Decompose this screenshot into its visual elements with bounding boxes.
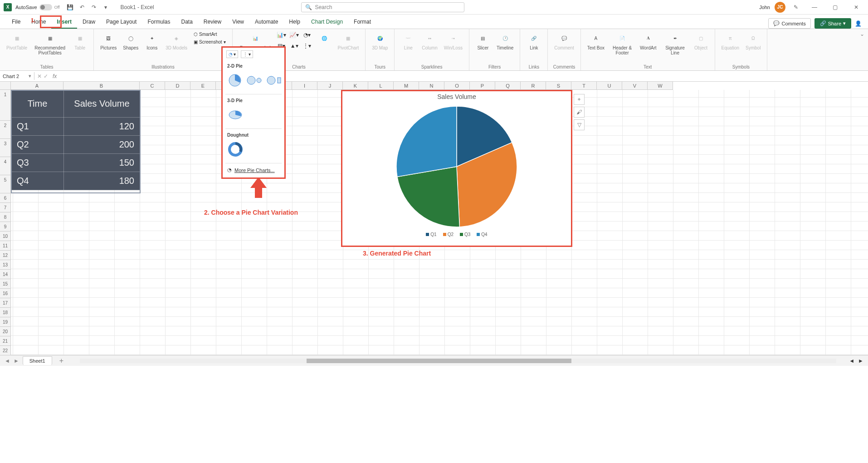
scroll-right-icon[interactable]: ► <box>858 358 863 364</box>
row-1[interactable]: 1 <box>0 90 11 121</box>
pivotchart-button[interactable]: ▦PivotChart <box>336 31 361 51</box>
tab-formulas[interactable]: Formulas <box>142 16 176 29</box>
wordart-button[interactable]: 𝐀WordArt <box>638 31 658 51</box>
timeline-button[interactable]: 🕐Timeline <box>495 31 515 51</box>
row-15[interactable]: 15 <box>0 279 11 289</box>
row-20[interactable]: 20 <box>0 327 11 336</box>
cell-q3-time[interactable]: Q3 <box>11 154 64 172</box>
doughnut-option[interactable] <box>227 141 244 158</box>
symbol-button[interactable]: ΩSymbol <box>744 31 762 51</box>
tab-home[interactable]: Home <box>26 16 51 29</box>
row-17[interactable]: 17 <box>0 298 11 308</box>
sheet-next-icon[interactable]: ► <box>14 358 19 364</box>
qat-dropdown-icon[interactable]: ▾ <box>101 2 111 12</box>
close-icon[interactable]: ✕ <box>848 0 864 15</box>
chart-filters-button[interactable]: ▽ <box>574 119 585 130</box>
row-6[interactable]: 6 <box>0 193 11 203</box>
formula-input[interactable] <box>59 75 868 77</box>
row-10[interactable]: 10 <box>0 232 11 241</box>
pie-3d-option[interactable] <box>227 107 244 123</box>
pie-dropdown-toggle[interactable]: ◔ ▾ <box>226 50 238 58</box>
comments-button[interactable]: 💬 Comments <box>768 18 810 29</box>
name-box[interactable]: Chart 2▾ <box>0 72 34 80</box>
tab-help[interactable]: Help <box>283 16 306 29</box>
tab-data[interactable]: Data <box>176 16 198 29</box>
sigline-button[interactable]: ✒Signature Line <box>661 31 689 56</box>
fx-icon[interactable]: fx <box>51 73 59 79</box>
link-button[interactable]: 🔗Link <box>525 31 543 51</box>
row-21[interactable]: 21 <box>0 336 11 346</box>
cell-q4-time[interactable]: Q4 <box>11 172 64 190</box>
col-B[interactable]: B <box>63 82 140 90</box>
tab-draw[interactable]: Draw <box>77 16 101 29</box>
col-D[interactable]: D <box>165 82 190 90</box>
screenshot-button[interactable]: ▣Screenshot ▾ <box>192 39 228 45</box>
cell-q1-time[interactable]: Q1 <box>11 118 64 136</box>
row-22[interactable]: 22 <box>0 346 11 355</box>
col-A[interactable]: A <box>11 82 63 90</box>
row-4[interactable]: 4 <box>0 157 11 175</box>
col-T[interactable]: T <box>571 82 597 90</box>
ribbon-collapse-icon[interactable]: ⌄ <box>856 29 868 70</box>
tab-view[interactable]: View <box>227 16 249 29</box>
cell-q1-val[interactable]: 120 <box>64 118 140 136</box>
row-3[interactable]: 3 <box>0 139 11 157</box>
enter-formula-icon[interactable]: ✓ <box>44 73 48 79</box>
maps-button[interactable]: 🌐 <box>315 31 333 46</box>
equation-button[interactable]: πEquation <box>720 31 741 51</box>
tab-insert[interactable]: Insert <box>51 16 77 29</box>
new-sheet-button[interactable]: + <box>56 357 67 365</box>
col-N[interactable]: N <box>419 82 444 90</box>
scatter-chart-icon[interactable]: ⋮▾ <box>302 42 312 50</box>
row-11[interactable]: 11 <box>0 241 11 251</box>
header-salesvolume[interactable]: Sales Volume <box>64 90 140 118</box>
save-icon[interactable]: 💾 <box>65 2 75 12</box>
pictures-button[interactable]: 🖼Pictures <box>98 31 118 51</box>
scatter-dropdown-toggle[interactable]: ⋮ ▾ <box>241 50 253 58</box>
scroll-left-icon[interactable]: ◄ <box>849 358 854 364</box>
row-2[interactable]: 2 <box>0 121 11 139</box>
col-O[interactable]: O <box>444 82 470 90</box>
col-R[interactable]: R <box>521 82 546 90</box>
row-16[interactable]: 16 <box>0 289 11 298</box>
row-18[interactable]: 18 <box>0 308 11 317</box>
mic-icon[interactable]: ✎ <box>791 2 801 12</box>
area-chart-icon[interactable]: ▲▾ <box>289 42 300 50</box>
col-L[interactable]: L <box>368 82 394 90</box>
tab-chartdesign[interactable]: Chart Design <box>306 16 348 29</box>
pie-2d-option[interactable] <box>227 72 243 89</box>
col-P[interactable]: P <box>470 82 495 90</box>
horizontal-scrollbar[interactable] <box>80 359 836 363</box>
object-button[interactable]: ▢Object <box>692 31 710 51</box>
data-table[interactable]: Time Sales Volume Q1120 Q2200 Q3150 Q418… <box>11 90 140 190</box>
select-all-corner[interactable] <box>0 82 11 90</box>
chart-styles-button[interactable]: 🖌 <box>574 107 585 118</box>
column-chart-icon[interactable]: 📊▾ <box>276 31 287 39</box>
tab-file[interactable]: File <box>6 16 26 29</box>
worksheet[interactable]: A B C D E F G H I J K L M N O P Q R S T … <box>0 82 868 355</box>
row-5[interactable]: 5 <box>0 175 11 193</box>
spark-winloss-button[interactable]: ▫▪Win/Loss <box>442 31 464 51</box>
rec-pivottable-button[interactable]: ▦Recommended PivotTables <box>32 31 68 56</box>
pie-chart-icon[interactable]: ◔▾ <box>302 31 312 39</box>
3dmodels-button[interactable]: ◈3D Models <box>164 31 189 51</box>
bar-of-pie-option[interactable] <box>266 72 283 89</box>
tab-pagelayout[interactable]: Page Layout <box>101 16 142 29</box>
tab-automate[interactable]: Automate <box>249 16 283 29</box>
mode-icon[interactable]: 👤 <box>855 20 862 27</box>
3dmap-button[interactable]: 🌍3D Map <box>370 31 390 51</box>
cell-q4-val[interactable]: 180 <box>64 172 140 190</box>
cancel-formula-icon[interactable]: ✕ <box>37 73 42 79</box>
col-S[interactable]: S <box>546 82 571 90</box>
sheet-prev-icon[interactable]: ◄ <box>5 358 10 364</box>
icons-button[interactable]: ✦Icons <box>143 31 161 51</box>
col-I[interactable]: I <box>292 82 317 90</box>
embedded-chart[interactable]: Sales Volume Q1Q2Q3Q4 + 🖌 ▽ <box>341 90 572 247</box>
col-C[interactable]: C <box>140 82 165 90</box>
cell-q2-val[interactable]: 200 <box>64 136 140 154</box>
minimize-icon[interactable]: — <box>806 0 823 15</box>
header-time[interactable]: Time <box>11 90 64 118</box>
sheet-tab-1[interactable]: Sheet1 <box>23 356 52 365</box>
col-M[interactable]: M <box>394 82 419 90</box>
line-chart-icon[interactable]: 📈▾ <box>289 31 300 39</box>
